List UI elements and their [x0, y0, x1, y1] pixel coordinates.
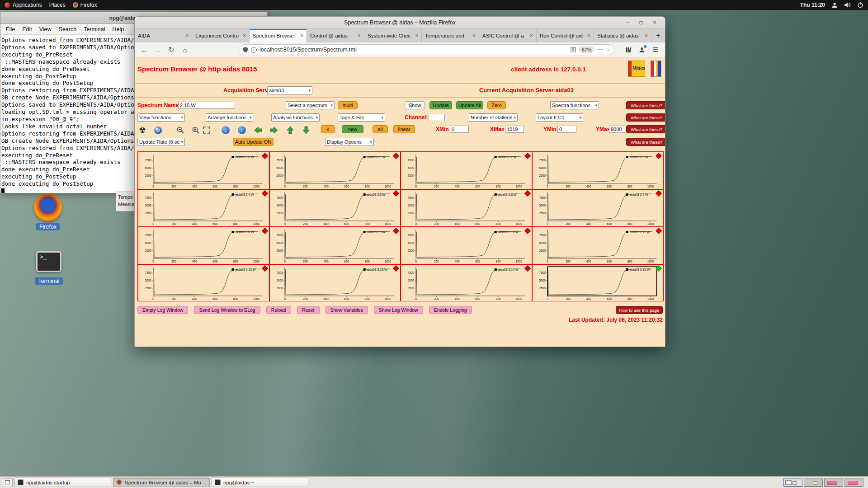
all-button[interactable]: all — [373, 125, 388, 133]
tab-temperature-and[interactable]: Temperature and× — [422, 29, 479, 42]
how-to-use-button[interactable]: How to use this page — [616, 306, 663, 314]
reader-view-icon[interactable] — [571, 47, 576, 52]
ymax-input[interactable] — [609, 126, 625, 133]
spectrum-cell[interactable]: 25005000750002004006008001000aida03 2.0.… — [138, 152, 269, 189]
scroll-down-circle-icon[interactable]: ↓ — [221, 125, 231, 135]
spectrum-cell[interactable]: 25005000750002004006008001000aida03 2.2.… — [401, 152, 532, 189]
spectrum-cell[interactable]: 25005000750002004006008001000aida03 2.12… — [138, 264, 269, 302]
terminal-menu-search[interactable]: Search — [55, 25, 80, 33]
multi-button[interactable]: multi — [338, 101, 358, 109]
what-are-these-button[interactable]: What are these? — [626, 125, 665, 133]
workspace-4[interactable] — [844, 479, 863, 487]
taskbar-item-npg-aidas-[interactable]: npg@aidas:~ — [212, 478, 308, 487]
tab-close-icon[interactable]: × — [358, 33, 361, 39]
select-spectrum-dropdown[interactable]: Select a spectrum▾ — [286, 101, 335, 109]
tab-close-icon[interactable]: × — [415, 33, 418, 39]
tab-statistics-aidas[interactable]: Statistics @ aidas× — [594, 29, 651, 42]
spectrum-cell[interactable]: 25005000750002004006008001000aida03 2.6.… — [401, 189, 532, 227]
auto-update-button[interactable]: Auto Update ON — [233, 138, 274, 146]
x-button[interactable]: x — [321, 125, 335, 133]
new-button[interactable]: new — [342, 125, 363, 133]
show-button[interactable]: Show — [405, 101, 425, 109]
close-button[interactable]: × — [649, 18, 660, 27]
occluded-window-fragment[interactable]: Tempe Measure... — [116, 192, 137, 211]
forward-button[interactable]: → — [153, 45, 163, 55]
topbar-menu-firefox[interactable]: Firefox — [73, 2, 97, 8]
tab-run-control-aid[interactable]: Run Control @ aid× — [537, 29, 594, 42]
what-are-these-button[interactable]: What are these? — [626, 138, 665, 146]
down-arrow-icon[interactable] — [301, 125, 311, 135]
spectrum-cell[interactable]: 25005000750002004006008001000aida03 2.3.… — [532, 152, 664, 189]
show-log-window-button[interactable]: Show Log Window — [374, 306, 423, 314]
firefox-titlebar[interactable]: Spectrum Browser @ aidas – Mozilla Firef… — [135, 17, 665, 29]
spectrum-cell[interactable]: 25005000750002004006008001000aida03 2.7.… — [532, 189, 664, 227]
tab-aida[interactable]: AIDA× — [135, 29, 192, 42]
user-status-icon[interactable] — [831, 2, 838, 8]
new-tab-button[interactable]: + — [651, 29, 665, 42]
empty-log-window-button[interactable]: Empty Log Window — [137, 306, 188, 314]
page-actions-icon[interactable]: ··· — [597, 47, 603, 53]
bookmark-star-icon[interactable]: ☆ — [605, 47, 610, 53]
channel-input[interactable] — [429, 114, 445, 121]
power-icon[interactable] — [857, 2, 863, 8]
account-icon[interactable] — [637, 45, 647, 55]
display-options-select[interactable]: Display Options▾ — [325, 138, 374, 146]
workspace-2[interactable] — [804, 479, 823, 487]
arrange-functions-select[interactable]: Arrange functions▾ — [206, 113, 253, 122]
zero-button[interactable]: Zero — [487, 101, 506, 109]
tab-close-icon[interactable]: × — [243, 33, 246, 39]
tab-experiment-contro[interactable]: Experiment Contro× — [192, 29, 250, 42]
show-variables-button[interactable]: Show Variables — [326, 306, 368, 314]
spectrum-name-input[interactable] — [178, 102, 235, 109]
tab-asic-control-a[interactable]: ASIC Control @ a× — [479, 29, 537, 42]
terminal-menu-help[interactable]: Help — [108, 25, 127, 33]
maximize-button[interactable]: □ — [635, 18, 647, 27]
spectrum-cell[interactable]: 25005000750002004006008001000aida03 2.10… — [401, 227, 532, 264]
home-button[interactable]: ⌂ — [180, 45, 190, 55]
reload-button[interactable]: Reload — [266, 306, 291, 314]
xmax-input[interactable] — [505, 126, 524, 133]
linear-button[interactable]: linear — [393, 125, 415, 133]
acquisition-server-select[interactable]: aida03▾ — [267, 86, 312, 94]
tab-control-aidas[interactable]: Control @ aidas× — [307, 29, 364, 42]
desktop-icon-terminal[interactable]: Terminal — [27, 249, 71, 285]
menu-hamburger-icon[interactable] — [651, 45, 660, 55]
topbar-menu-places[interactable]: Places — [49, 2, 66, 8]
refresh-globe-icon[interactable]: ↻ — [153, 125, 163, 135]
taskbar-item-spectrum-browser-aidas-mozill-[interactable]: Spectrum Browser @ aidas – Mozill... — [113, 478, 210, 487]
midas-logo[interactable]: Midas — [628, 61, 645, 77]
library-icon[interactable] — [623, 45, 633, 55]
site-info-icon[interactable]: i — [251, 47, 257, 53]
tab-close-icon[interactable]: × — [185, 33, 189, 39]
back-button[interactable]: ← — [139, 45, 149, 55]
spectrum-cell[interactable]: 25005000750002004006008001000aida03 2.14… — [401, 264, 532, 302]
view-functions-select[interactable]: View functions▾ — [137, 113, 185, 122]
spectrum-cell[interactable]: 25005000750002004006008001000aida03 2.15… — [532, 264, 664, 302]
tab-close-icon[interactable]: × — [300, 33, 303, 39]
spectrum-cell[interactable]: 25005000750002004006008001000aida03 2.13… — [269, 264, 401, 302]
volume-icon[interactable] — [844, 2, 851, 8]
number-of-galleries-select[interactable]: Number of Galleries▾ — [469, 113, 518, 122]
update-all-button[interactable]: Update All — [456, 101, 483, 109]
spectrum-cell[interactable]: 25005000750002004006008001000aida03 2.11… — [532, 227, 664, 264]
terminal-menu-view[interactable]: View — [36, 25, 55, 33]
scroll-up-circle-icon[interactable]: ↑ — [237, 125, 247, 135]
prev-arrow-icon[interactable] — [253, 125, 263, 135]
partner-logo[interactable] — [651, 61, 661, 77]
update-button[interactable]: Update — [429, 101, 452, 109]
enable-logging-button[interactable]: Enable Logging — [429, 306, 472, 314]
expand-full-icon[interactable] — [202, 125, 212, 135]
zoom-level-badge[interactable]: 67% — [579, 47, 594, 53]
up-arrow-icon[interactable] — [285, 125, 295, 135]
tab-spectrum-browse[interactable]: Spectrum Browse× — [250, 29, 307, 42]
shield-icon[interactable] — [243, 47, 248, 53]
tab-close-icon[interactable]: × — [587, 33, 590, 39]
xmin-input[interactable] — [450, 126, 469, 133]
send-log-window-to-elog-button[interactable]: Send Log Window to ELog — [194, 306, 260, 314]
ymin-input[interactable] — [557, 126, 576, 133]
desktop-icon-firefox[interactable]: Firefox — [26, 193, 70, 230]
what-are-these-button[interactable]: What are these? — [626, 113, 665, 122]
workspace-3[interactable] — [824, 479, 843, 487]
spectra-functions-select[interactable]: Spectra functions▾ — [550, 101, 599, 109]
zoom-in-icon[interactable] — [191, 125, 201, 135]
